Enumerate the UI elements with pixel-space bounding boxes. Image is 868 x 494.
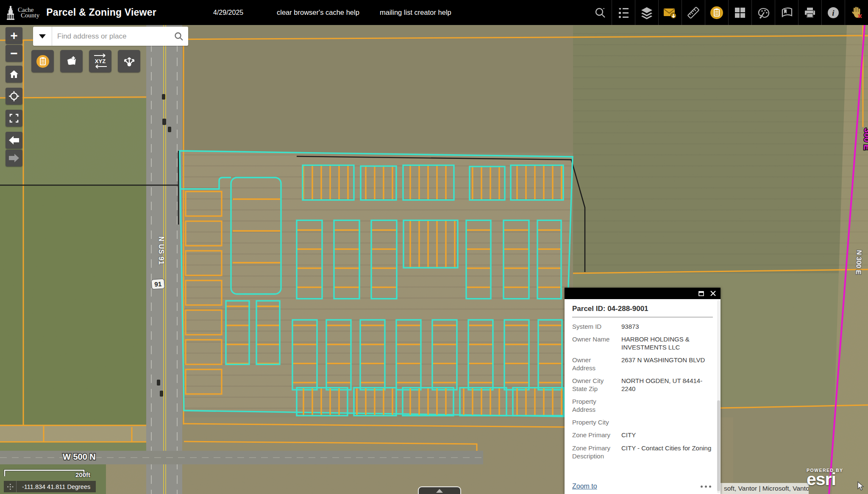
print-icon[interactable] bbox=[798, 0, 821, 25]
coordinate-conversion-button[interactable]: XYZ bbox=[89, 50, 111, 72]
forward-arrow-icon bbox=[8, 153, 19, 163]
svg-text:i: i bbox=[832, 8, 835, 17]
share-icon bbox=[122, 54, 136, 69]
road-300e-label: 300 E bbox=[862, 128, 868, 150]
zoom-in-button[interactable]: + bbox=[6, 27, 22, 44]
measure-icon[interactable] bbox=[682, 0, 705, 25]
xyz-icon: XYZ bbox=[93, 53, 108, 69]
basemap-gallery-icon[interactable] bbox=[728, 0, 751, 25]
header-toolbar: i bbox=[589, 0, 868, 25]
parcel-zoning-viewer: N US 91 91 W 500 N 300 E N 300 E bbox=[0, 0, 868, 494]
zoom-to-link[interactable]: Zoom to bbox=[572, 483, 597, 490]
popup-body: Parcel ID: 04-288-9001 System ID 93873 O… bbox=[565, 299, 721, 494]
field-row: Zone Primary Description CITY - Contact … bbox=[572, 444, 714, 460]
road-w500n-label: W 500 N bbox=[63, 452, 96, 461]
ellipsis-icon[interactable] bbox=[701, 486, 714, 488]
popup-close-button[interactable] bbox=[710, 291, 716, 296]
maximize-icon bbox=[698, 291, 704, 296]
popup-title: Parcel ID: 04-288-9001 bbox=[572, 299, 714, 313]
home-icon bbox=[9, 69, 19, 79]
map-attribution: soft, Vantor | Microsoft, Vantor bbox=[721, 483, 809, 494]
road-n300e-label: N 300 E bbox=[855, 250, 863, 275]
search-source-dropdown[interactable] bbox=[33, 27, 52, 46]
home-button[interactable] bbox=[6, 66, 22, 83]
popup-titlebar bbox=[565, 288, 721, 299]
clear-cache-help-link[interactable]: clear browser's cache help bbox=[277, 8, 359, 17]
logo-line2: County bbox=[21, 13, 39, 18]
back-arrow-icon bbox=[8, 136, 19, 145]
map-plus-icon bbox=[65, 55, 78, 68]
field-row: System ID 93873 bbox=[572, 322, 714, 330]
coordinate-bar: -111.834 41.811 Degrees bbox=[4, 481, 96, 492]
scale-label: 200ft bbox=[75, 471, 90, 478]
next-extent-button[interactable] bbox=[6, 150, 22, 167]
highway-shield: 91 bbox=[151, 279, 165, 289]
mailing-list-help-link[interactable]: mailing list creator help bbox=[380, 8, 451, 17]
divider bbox=[572, 317, 713, 317]
highway-label: N US 91 bbox=[158, 236, 165, 265]
header-date: 4/29/2025 bbox=[213, 9, 243, 17]
legend-icon[interactable] bbox=[612, 0, 635, 25]
popup-maximize-button[interactable] bbox=[698, 291, 704, 296]
popup-scrollbar[interactable] bbox=[717, 300, 720, 493]
esri-logo: POWERED BY esri bbox=[807, 468, 843, 486]
map-image: N US 91 91 W 500 N 300 E N 300 E bbox=[0, 0, 868, 494]
field-row: Zone Primary CITY bbox=[572, 431, 714, 439]
courthouse-icon bbox=[5, 5, 16, 20]
zoom-out-button[interactable]: − bbox=[6, 45, 22, 62]
crosshair-icon[interactable] bbox=[4, 481, 17, 492]
add-data-button[interactable] bbox=[60, 50, 83, 72]
search-widget bbox=[33, 27, 188, 46]
magnifier-icon bbox=[174, 31, 184, 42]
previous-extent-button[interactable] bbox=[6, 132, 22, 149]
clipboard-icon bbox=[35, 54, 50, 69]
field-row: Property City bbox=[572, 418, 714, 426]
search-input[interactable] bbox=[52, 27, 170, 46]
unit-blocks-row1 bbox=[303, 165, 563, 200]
field-row: Owner Name HARBOR HOLDINGS & INVESTMENTS… bbox=[572, 335, 714, 351]
reports-icon[interactable] bbox=[705, 0, 728, 25]
map-canvas[interactable]: N US 91 91 W 500 N 300 E N 300 E bbox=[0, 0, 868, 494]
parcel-info-popup: Parcel ID: 04-288-9001 System ID 93873 O… bbox=[565, 288, 721, 494]
county-logo: Cache County bbox=[5, 5, 39, 20]
field-row: Owner City State Zip NORTH OGDEN, UT 844… bbox=[572, 377, 714, 393]
attribute-table-toggle[interactable] bbox=[418, 486, 461, 494]
popup-footer: Zoom to bbox=[572, 483, 714, 490]
about-icon[interactable]: i bbox=[821, 0, 845, 25]
layers-icon[interactable] bbox=[635, 0, 658, 25]
coordinate-readout: -111.834 41.811 Degrees bbox=[17, 483, 96, 490]
bookmarks-icon[interactable] bbox=[775, 0, 798, 25]
deactivate-popups-icon[interactable] bbox=[845, 0, 868, 25]
app-header: Cache County Parcel & Zoning Viewer 4/29… bbox=[0, 0, 868, 25]
chevron-up-icon bbox=[436, 489, 443, 493]
locate-icon bbox=[8, 91, 19, 102]
mailing-list-icon[interactable] bbox=[658, 0, 682, 25]
draw-icon[interactable] bbox=[751, 0, 775, 25]
svg-text:91: 91 bbox=[154, 280, 162, 288]
parcel-report-button[interactable] bbox=[31, 50, 54, 72]
field-row: Property Address bbox=[572, 397, 714, 414]
page-title: Parcel & Zoning Viewer bbox=[46, 7, 156, 18]
field-row: Owner Address 2637 N WASHINGTON BLVD bbox=[572, 356, 714, 372]
chevron-down-icon bbox=[39, 34, 46, 39]
fullscreen-button[interactable] bbox=[6, 110, 22, 127]
mouse-cursor bbox=[857, 481, 866, 493]
search-icon[interactable] bbox=[589, 0, 612, 25]
fullscreen-icon bbox=[9, 113, 19, 123]
search-submit-button[interactable] bbox=[170, 27, 188, 46]
close-icon bbox=[710, 291, 716, 296]
share-button[interactable] bbox=[118, 50, 140, 72]
locate-button[interactable] bbox=[6, 88, 22, 105]
unit-blocks-row5 bbox=[297, 388, 564, 416]
